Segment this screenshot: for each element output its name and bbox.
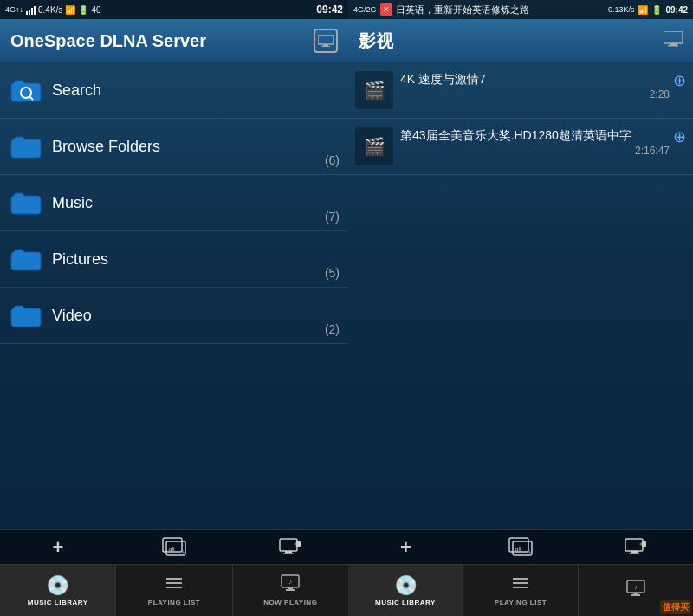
menu-list: Search Browse Folders (6) Music (7) xyxy=(0,62,348,529)
search-folder-icon xyxy=(10,75,42,106)
svg-rect-23 xyxy=(668,45,678,47)
item1-name: 4K 速度与激情7 xyxy=(400,71,670,87)
left-panel: 4G↑↓ 0.4K/s 📶 🔋 40 09:42 OneSpace DLNA S… xyxy=(0,0,348,616)
now-playing-icon: ♪ xyxy=(281,574,300,597)
right-tab-playing-list[interactable]: PLAYING LIST xyxy=(463,565,579,616)
svg-rect-22 xyxy=(670,43,677,45)
left-clock: 09:42 xyxy=(316,3,343,16)
right-now-playing-icon: ♪ xyxy=(626,580,645,602)
item1-info: 4K 速度与激情7 2:28 xyxy=(400,71,670,101)
svg-text:all: all xyxy=(168,546,174,552)
right-clock: 09:42 xyxy=(665,5,688,15)
menu-item-video[interactable]: Video (2) xyxy=(0,288,348,344)
right-add-button[interactable]: + xyxy=(388,532,423,563)
content-title: 影视 xyxy=(359,29,393,53)
video-count: (2) xyxy=(325,322,340,336)
svg-text:all: all xyxy=(515,546,521,552)
cast-icon[interactable] xyxy=(314,29,338,53)
menu-item-music[interactable]: Music (7) xyxy=(0,175,348,231)
music-library-label: MUSIC LIBRARY xyxy=(28,599,88,606)
right-speed: 0.13K/s xyxy=(608,5,635,14)
svg-text:♪: ♪ xyxy=(288,578,292,586)
svg-text:+: + xyxy=(181,548,185,556)
left-bottom-nav: 💿 MUSIC LIBRARY PLAYING LIST ♪ xyxy=(0,564,348,616)
svg-rect-20 xyxy=(286,589,295,591)
right-bottom-nav: 💿 MUSIC LIBRARY PLAYING LIST ♪ xyxy=(348,564,693,616)
right-tab-music-library[interactable]: 💿 MUSIC LIBRARY xyxy=(348,565,463,616)
svg-rect-12 xyxy=(296,541,301,547)
video-folder-icon xyxy=(10,300,42,331)
battery-level: 40 xyxy=(91,5,100,15)
signal-bars xyxy=(26,4,36,15)
playing-list-label: PLAYING LIST xyxy=(148,599,200,606)
right-panel: 4G/2G ✕ 日英语，重新开始英语修炼之路 0.13K/s 📶 🔋 09:42… xyxy=(348,0,693,616)
svg-rect-11 xyxy=(283,553,294,554)
right-bottom-toolbar: + all + xyxy=(348,529,693,564)
svg-rect-30 xyxy=(629,553,639,554)
menu-item-search[interactable]: Search xyxy=(0,62,348,119)
svg-rect-2 xyxy=(321,46,330,47)
content-item-1[interactable]: 🎬 4K 速度与激情7 2:28 ⊕ xyxy=(348,62,693,119)
left-network-info: 4G/2G xyxy=(353,5,377,14)
svg-rect-28 xyxy=(625,539,643,551)
left-status-left: 4G↑↓ 0.4K/s 📶 🔋 40 xyxy=(5,4,316,15)
item1-add-button[interactable]: ⊕ xyxy=(673,71,686,90)
item2-info: 第43届全美音乐大奖.HD1280超清英语中字 2:16:47 xyxy=(400,127,670,157)
right-music-library-icon: 💿 xyxy=(394,574,418,597)
svg-rect-0 xyxy=(318,35,334,44)
pictures-count: (5) xyxy=(325,266,340,280)
svg-text:+: + xyxy=(528,548,532,556)
left-cast-button[interactable] xyxy=(273,532,308,563)
browse-folders-label: Browse Folders xyxy=(52,138,338,156)
item1-duration: 2:28 xyxy=(400,88,670,101)
right-wifi-icon: 📶 xyxy=(638,5,648,15)
left-add-button[interactable]: + xyxy=(41,532,75,563)
svg-rect-29 xyxy=(631,551,638,554)
browse-folder-icon xyxy=(10,131,42,162)
pictures-label: Pictures xyxy=(52,250,338,269)
svg-rect-19 xyxy=(288,587,293,589)
item2-thumb: 🎬 xyxy=(355,127,393,165)
item2-name: 第43届全美音乐大奖.HD1280超清英语中字 xyxy=(400,127,670,143)
right-music-library-label: MUSIC LIBRARY xyxy=(375,599,436,606)
item2-add-button[interactable]: ⊕ xyxy=(673,127,686,146)
music-library-icon: 💿 xyxy=(46,574,69,597)
left-tab-now-playing[interactable]: ♪ NOW PLAYING xyxy=(233,565,348,616)
menu-item-browse-folders[interactable]: Browse Folders (6) xyxy=(0,119,348,175)
music-count: (7) xyxy=(325,210,340,224)
left-all-button[interactable]: all + xyxy=(157,532,191,563)
svg-rect-39 xyxy=(631,594,640,596)
item2-duration: 2:16:47 xyxy=(400,145,670,157)
music-folder-icon xyxy=(10,187,42,218)
svg-rect-31 xyxy=(642,541,646,547)
svg-rect-1 xyxy=(323,44,328,46)
right-cast-icon[interactable] xyxy=(664,31,683,50)
right-cast-button[interactable] xyxy=(619,532,653,563)
content-item-2[interactable]: 🎬 第43届全美音乐大奖.HD1280超清英语中字 2:16:47 ⊕ xyxy=(348,119,693,175)
menu-item-pictures[interactable]: Pictures (5) xyxy=(0,231,348,288)
notification-text: 日英语，重新开始英语修炼之路 xyxy=(396,3,605,16)
svg-text:♪: ♪ xyxy=(634,583,638,591)
svg-marker-13 xyxy=(294,542,296,546)
right-watermark-area: ♪ 值得买 xyxy=(579,565,693,616)
left-tab-music-library[interactable]: 💿 MUSIC LIBRARY xyxy=(0,565,116,616)
playing-list-icon xyxy=(165,574,184,597)
pictures-folder-icon xyxy=(10,243,42,275)
search-label: Search xyxy=(52,81,338,100)
network-type: 4G↑↓ xyxy=(5,5,23,14)
left-tab-playing-list[interactable]: PLAYING LIST xyxy=(116,565,232,616)
right-playing-list-label: PLAYING LIST xyxy=(495,599,547,606)
left-bottom-toolbar: + all + xyxy=(0,529,348,564)
svg-rect-10 xyxy=(285,551,292,554)
right-all-button[interactable]: all + xyxy=(503,532,538,563)
notification-close-button[interactable]: ✕ xyxy=(380,3,392,16)
now-playing-label: NOW PLAYING xyxy=(263,599,317,606)
speed-indicator: 0.4K/s xyxy=(38,5,62,15)
svg-rect-9 xyxy=(280,539,297,551)
content-list: 🎬 4K 速度与激情7 2:28 ⊕ 🎬 第43届全美音乐大奖.HD1280超清… xyxy=(348,62,693,529)
wifi-icon: 📶 xyxy=(65,5,75,15)
battery-icon: 🔋 xyxy=(78,5,88,15)
right-playing-list-icon xyxy=(511,574,530,597)
app-title-bar: OneSpace DLNA Server xyxy=(0,19,348,62)
svg-rect-21 xyxy=(664,31,683,43)
